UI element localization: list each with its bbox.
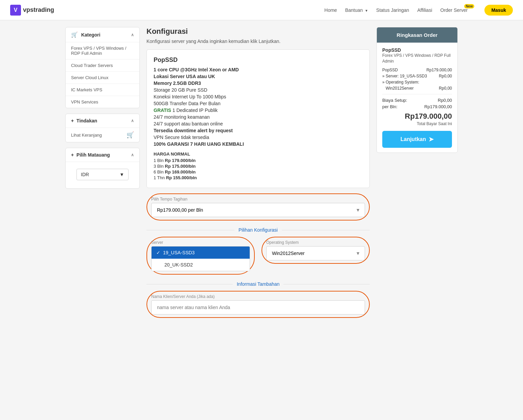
- additional-divider: Informasi Tambahan: [146, 281, 370, 287]
- server-col: Server ✓ 19_USA-SSD3 20_UK-SSD2: [146, 237, 255, 275]
- header: V vpstrading Home Bantuan ▼ Status Jarin…: [0, 0, 523, 20]
- server-label: Server: [151, 240, 250, 245]
- summary-line-popssd: PopSSD Rp179.000,00: [382, 68, 452, 72]
- nav-status[interactable]: Status Jaringan: [376, 7, 409, 13]
- config-divider: Pilihan Konfigurasi: [146, 227, 370, 233]
- spec-storage: Storage 20 GB Pure SSD: [154, 87, 363, 93]
- tindakan-card: + Tindakan ∧ Lihat Keranjang 🛒: [65, 114, 140, 142]
- matauang-card: + Pilih Matauang ∧ IDR ▼: [65, 148, 140, 189]
- price-1bln: 1 Bln Rp 179.000/bln: [154, 158, 363, 163]
- logo-text: vpstrading: [23, 6, 54, 14]
- nav-order-server[interactable]: Order Server New: [440, 7, 468, 13]
- summary-body: PopSSD Forex VPS / VPS Windows / RDP Ful…: [377, 43, 457, 153]
- os-annotation: Operating System Win2012Server Win2016Se…: [262, 237, 370, 264]
- plus-tindakan-icon: +: [71, 118, 74, 123]
- server-annotation: Server ✓ 19_USA-SSD3 20_UK-SSD2: [146, 237, 255, 275]
- tindakan-chevron: ∧: [131, 118, 134, 123]
- summary-card: Ringkasan Order PopSSD Forex VPS / VPS W…: [377, 27, 458, 153]
- sidebar-item-forex-vps[interactable]: Forex VPS / VPS Windows / RDP Full Admin: [66, 42, 139, 60]
- plus-matauang-icon: +: [71, 152, 74, 158]
- os-select-wrapper: Win2012Server Win2016Server Win2019Serve…: [266, 246, 365, 260]
- tindakan-header[interactable]: + Tindakan ∧: [66, 114, 139, 128]
- summary-header: Ringkasan Order: [377, 27, 457, 43]
- billing-select-wrapper: Rp179.000,00 per Bln Rp175.000,00 per 3 …: [151, 203, 365, 217]
- sidebar-item-cloud-trader[interactable]: Cloud Trader Servers: [66, 60, 139, 72]
- currency-select[interactable]: IDR ▼: [76, 169, 129, 180]
- spec-monitoring: 24/7 monitoring keamanan: [154, 114, 363, 120]
- logo-icon: V: [10, 5, 21, 16]
- sidebar-item-ic-markets[interactable]: IC Markets VPS: [66, 84, 139, 96]
- nav-home[interactable]: Home: [324, 7, 337, 13]
- pricing-title: HARGA NORMAL: [154, 151, 363, 157]
- lanjutkan-button[interactable]: Lanjutkan ➤: [382, 131, 452, 148]
- main-layout: 🛒 Kategori ∧ Forex VPS / VPS Windows / R…: [59, 20, 464, 325]
- summary-setup: Biaya Setup: Rp0,00: [382, 98, 452, 103]
- summary-divider: [382, 94, 452, 94]
- spec-transfer: 500GB Transfer Data Per Bulan: [154, 101, 363, 106]
- spec-vpn: VPN Secure tidak tersedia: [154, 135, 363, 140]
- checkmark-icon: ✓: [156, 250, 160, 255]
- cart-kategori-icon: 🛒: [71, 32, 78, 38]
- kategori-header[interactable]: 🛒 Kategori ∧: [66, 27, 139, 42]
- client-name-annotation: Nama Klien/Server Anda (Jika ada): [146, 291, 370, 318]
- billing-select[interactable]: Rp179.000,00 per Bln Rp175.000,00 per 3 …: [151, 203, 365, 217]
- kategori-chevron: ∧: [131, 32, 134, 37]
- spec-garansi: 100% GARANSI 7 HARI UANG KEMBALI: [154, 141, 363, 147]
- kategori-card: 🛒 Kategori ∧ Forex VPS / VPS Windows / R…: [65, 27, 140, 108]
- spec-ip: GRATIS 1 Dedicated IP Publik: [154, 108, 363, 113]
- sidebar-item-vpn[interactable]: VPN Services: [66, 96, 139, 108]
- price-1thn: 1 Thn Rp 155.000/bln: [154, 175, 363, 180]
- spec-memory: Memory 2.5GB DDR3: [154, 80, 363, 86]
- price-6bln: 6 Bln Rp 169.000/bln: [154, 169, 363, 174]
- price-3bln: 3 Bln Rp 175.000/bln: [154, 164, 363, 169]
- summary-per-bln: per Bln: Rp179.000,00: [382, 104, 452, 109]
- summary-product-name: PopSSD: [382, 47, 452, 53]
- spec-koneksi: Koneksi Internet Up To 1000 Mbps: [154, 94, 363, 99]
- server-dropdown[interactable]: ✓ 19_USA-SSD3 20_UK-SSD2: [151, 246, 250, 271]
- nav-bantuan[interactable]: Bantuan ▼: [345, 7, 368, 13]
- product-name: PopSSD: [154, 56, 363, 64]
- server-option-1[interactable]: ✓ 19_USA-SSD3: [152, 247, 250, 259]
- summary-line-os-value: Win2012Server Rp0,00: [382, 86, 452, 91]
- lanjutkan-arrow-icon: ➤: [429, 136, 434, 143]
- summary-total-label: Total Bayar Saat Ini: [382, 121, 452, 126]
- content-area: Konfigurasi Konfigurasi server yang Anda…: [146, 27, 370, 318]
- matauang-chevron: ∧: [131, 153, 134, 157]
- summary-product-cat: Forex VPS / VPS Windows / RDP Full Admin: [382, 53, 452, 64]
- main-nav: Home Bantuan ▼ Status Jaringan Affiliasi…: [324, 5, 513, 16]
- lihat-keranjang-button[interactable]: Lihat Keranjang 🛒: [66, 128, 139, 142]
- spec-lokasi: Lokasi Server USA atau UK: [154, 74, 363, 79]
- os-label: Operating System: [266, 240, 365, 245]
- product-card: PopSSD 1 core CPU @3GHz Intel Xeon or AM…: [146, 49, 370, 188]
- server-option-2[interactable]: 20_UK-SSD2: [152, 259, 250, 271]
- pricing-section: HARGA NORMAL 1 Bln Rp 179.000/bln 3 Bln …: [154, 151, 363, 180]
- config-row: Server ✓ 19_USA-SSD3 20_UK-SSD2: [146, 237, 370, 275]
- os-col: Operating System Win2012Server Win2016Se…: [262, 237, 370, 275]
- os-select[interactable]: Win2012Server Win2016Server Win2019Serve…: [266, 246, 365, 260]
- billing-annotation: Pilih Tempo Tagihan Rp179.000,00 per Bln…: [146, 193, 370, 220]
- logo: V vpstrading: [10, 5, 54, 16]
- sidebar: 🛒 Kategori ∧ Forex VPS / VPS Windows / R…: [65, 27, 140, 318]
- client-name-label: Nama Klien/Server Anda (Jika ada): [151, 294, 365, 299]
- order-summary: Ringkasan Order PopSSD Forex VPS / VPS W…: [377, 27, 458, 318]
- new-badge: New: [464, 4, 475, 8]
- masuk-button[interactable]: Masuk: [484, 5, 513, 16]
- keranjang-cart-icon: 🛒: [127, 131, 134, 139]
- nav-affiliasi[interactable]: Affiliasi: [417, 7, 432, 13]
- summary-total-price: Rp179.000,00: [382, 112, 452, 121]
- spec-cpu: 1 core CPU @3GHz Intel Xeon or AMD: [154, 67, 363, 72]
- page-title: Konfigurasi: [146, 27, 370, 36]
- summary-line-server: » Server: 19_USA-SSD3 Rp0,00: [382, 74, 452, 78]
- summary-line-os-label: » Operating System:: [382, 80, 452, 85]
- spec-support: 24/7 support atau bantuan online: [154, 121, 363, 126]
- client-name-input[interactable]: [151, 300, 365, 314]
- gratis-text: GRATIS: [154, 108, 171, 113]
- matauang-header[interactable]: + Pilih Matauang ∧: [66, 148, 139, 162]
- spec-downtime: Tersedia downtime alert by request: [154, 128, 363, 133]
- bantuan-chevron: ▼: [365, 9, 368, 13]
- billing-label: Pilih Tempo Tagihan: [151, 197, 365, 202]
- sidebar-item-server-cloud[interactable]: Server Cloud Linux: [66, 72, 139, 84]
- currency-chevron: ▼: [119, 172, 124, 177]
- page-subtitle: Konfigurasi server yang Anda inginkan ke…: [146, 39, 370, 44]
